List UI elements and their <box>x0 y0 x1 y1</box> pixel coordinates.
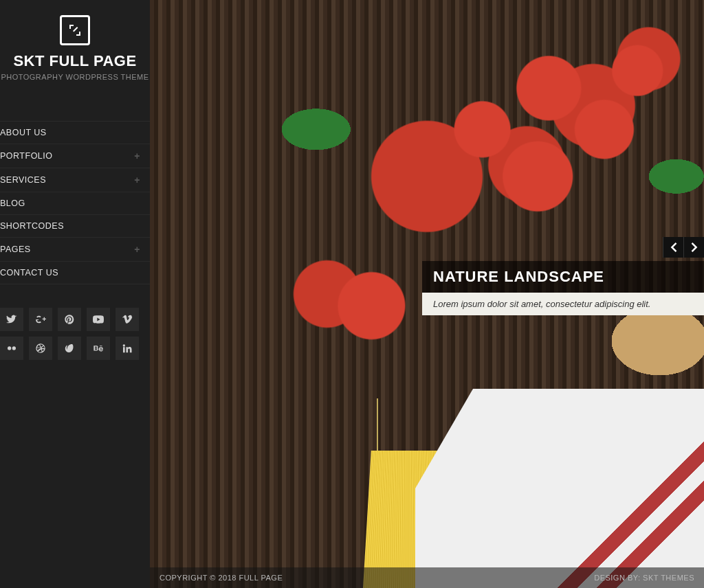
nav-label: CONTACT US <box>0 268 58 278</box>
slider-nav <box>663 237 704 258</box>
caption-text: Lorem ipsum dolor sit amet, consectetur … <box>422 293 704 315</box>
expand-icon: + <box>134 150 140 161</box>
linkedin-icon[interactable] <box>116 337 139 360</box>
expand-icon: + <box>134 244 140 255</box>
expand-icon: + <box>134 174 140 185</box>
pinterest-icon[interactable] <box>58 308 81 331</box>
caption-title: NATURE LANDSCAPE <box>422 261 704 293</box>
nav-item-about-us[interactable]: ABOUT US <box>0 121 150 144</box>
site-title: SKT FULL PAGE <box>0 52 150 70</box>
hero-slider: NATURE LANDSCAPE Lorem ipsum dolor sit a… <box>150 0 704 588</box>
nav-label: PAGES <box>0 245 31 254</box>
slider-prev-button[interactable] <box>663 237 683 258</box>
nav-item-portfolio[interactable]: PORTFOLIO + <box>0 144 150 168</box>
nav-label: PORTFOLIO <box>0 151 53 161</box>
svg-point-1 <box>12 346 16 350</box>
footer-copyright: COPYRIGHT © 2018 FULL PAGE <box>160 574 283 582</box>
nav-item-contact-us[interactable]: CONTACT US <box>0 261 150 284</box>
social-links <box>0 308 150 360</box>
logo-block: SKT FULL PAGE PHOTOGRAPHY WORDPRESS THEM… <box>0 0 150 88</box>
svg-point-0 <box>8 346 11 350</box>
sidebar: SKT FULL PAGE PHOTOGRAPHY WORDPRESS THEM… <box>0 0 150 588</box>
nav-item-shortcodes[interactable]: SHORTCODES <box>0 214 150 237</box>
flickr-icon[interactable] <box>0 337 23 360</box>
hero-image-detail <box>415 389 704 588</box>
envato-icon[interactable] <box>58 337 81 360</box>
slider-next-button[interactable] <box>683 237 704 258</box>
logo-icon[interactable] <box>60 15 90 45</box>
nav-label: ABOUT US <box>0 128 47 137</box>
vimeo-icon[interactable] <box>116 308 139 331</box>
youtube-icon[interactable] <box>87 308 110 331</box>
nav-label: SHORTCODES <box>0 221 64 231</box>
nav-label: SERVICES <box>0 175 46 185</box>
slider-caption: NATURE LANDSCAPE Lorem ipsum dolor sit a… <box>422 261 704 315</box>
behance-icon[interactable] <box>87 337 110 360</box>
nav-item-services[interactable]: SERVICES + <box>0 168 150 192</box>
nav-item-blog[interactable]: BLOG <box>0 192 150 214</box>
nav-item-pages[interactable]: PAGES + <box>0 237 150 261</box>
nav-label: BLOG <box>0 199 25 208</box>
footer-credit: DESIGN BY: SKT THEMES <box>594 574 694 582</box>
twitter-icon[interactable] <box>0 308 23 331</box>
google-plus-icon[interactable] <box>29 308 52 331</box>
site-tagline: PHOTOGRAPHY WORDPRESS THEME <box>0 73 150 81</box>
dribbble-icon[interactable] <box>29 337 52 360</box>
footer: COPYRIGHT © 2018 FULL PAGE DESIGN BY: SK… <box>150 567 704 588</box>
primary-nav: ABOUT US PORTFOLIO + SERVICES + BLOG SHO… <box>0 121 150 284</box>
